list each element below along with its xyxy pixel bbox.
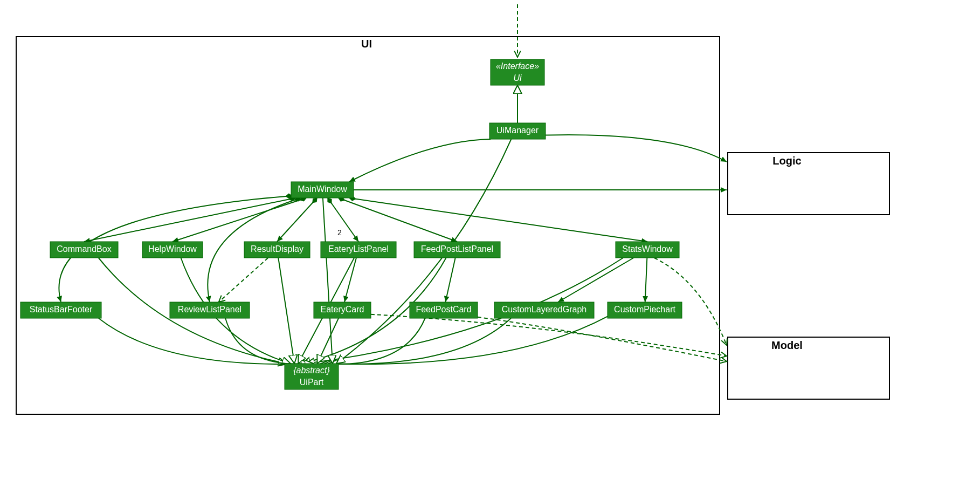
- class-resultDisplay: ResultDisplay: [244, 242, 310, 258]
- class-feedPostCard: FeedPostCard: [410, 302, 478, 318]
- class-eateryListPanel: EateryListPanel: [321, 242, 396, 258]
- svg-rect-0: [16, 37, 720, 414]
- class-uiInterface: «Interface»Ui: [491, 59, 544, 85]
- class-uiManager: UiManager: [489, 123, 546, 139]
- class-helpWindow-name: HelpWindow: [148, 244, 197, 254]
- class-statsWindow: StatsWindow: [616, 242, 679, 258]
- package-logic: Logic: [728, 153, 889, 215]
- gen-eateryCard-uipart: [318, 318, 339, 364]
- dep-feedpostcard-model: [478, 317, 727, 361]
- gen-resultDisplay-uipart: [278, 258, 294, 364]
- class-statusBarFooter: StatusBarFooter: [20, 302, 101, 318]
- class-customLayeredGraph-name: CustomLayeredGraph: [502, 305, 586, 314]
- class-statusBarFooter-name: StatusBarFooter: [30, 305, 93, 314]
- assoc-stats-clg: [558, 258, 633, 302]
- package-model-label: Model: [771, 339, 803, 351]
- svg-rect-2: [728, 337, 889, 399]
- comp-mainwindow-feedPostListPanel: [339, 198, 457, 242]
- gen-statusBarFooter-uipart: [99, 318, 310, 364]
- gen-reviewListPanel-uipart: [225, 318, 313, 364]
- class-uiInterface-name: Ui: [513, 73, 522, 83]
- class-commandBox-name: CommandBox: [57, 244, 111, 254]
- comp-mainwindow-eateryListPanel: [328, 198, 358, 242]
- comp-mainwindow-commandBox: [84, 198, 295, 242]
- class-uiInterface-stereotype: «Interface»: [496, 61, 539, 71]
- class-feedPostCard-name: FeedPostCard: [416, 305, 471, 314]
- class-mainWindow-name: MainWindow: [298, 184, 347, 194]
- gen-mainWindow-uipart: [323, 198, 333, 364]
- dep-statswindow-model: [654, 258, 727, 345]
- dep-resultdisplay-reviewlistpanel: [219, 258, 268, 302]
- class-uiPart-stereotype: {abstract}: [293, 366, 330, 375]
- comp-mainwindow-statsWindow: [349, 198, 647, 242]
- package-model: Model: [728, 337, 889, 399]
- class-eateryCard-name: EateryCard: [321, 305, 364, 314]
- mult-eaterylistpanel: 2: [337, 228, 342, 237]
- class-uiPart-name: UiPart: [300, 378, 324, 387]
- class-reviewListPanel-name: ReviewListPanel: [178, 305, 241, 314]
- class-uiPart: {abstract}UiPart: [285, 364, 339, 389]
- class-customPiechart-name: CustomPiechart: [614, 305, 675, 314]
- package-logic-label: Logic: [772, 155, 801, 167]
- assoc-uimanager-logic: [546, 135, 727, 162]
- svg-rect-1: [728, 153, 889, 215]
- class-eateryListPanel-name: EateryListPanel: [328, 244, 389, 254]
- class-reviewListPanel: ReviewListPanel: [170, 302, 250, 318]
- package-ui: UI: [16, 37, 720, 414]
- class-customLayeredGraph: CustomLayeredGraph: [494, 302, 594, 318]
- class-commandBox: CommandBox: [50, 242, 118, 258]
- comp-mainwindow-helpWindow: [172, 198, 306, 242]
- gen-feedPostCard-uipart: [321, 318, 425, 364]
- class-uiManager-name: UiManager: [496, 126, 539, 135]
- package-ui-label: UI: [361, 38, 372, 50]
- class-feedPostListPanel-name: FeedPostListPanel: [421, 244, 493, 254]
- class-eateryCard: EateryCard: [314, 302, 371, 318]
- assoc-uimanager-mainwindow: [349, 139, 491, 182]
- assoc-fplp-feedpostcard: [445, 258, 455, 302]
- class-feedPostListPanel: FeedPostListPanel: [414, 242, 500, 258]
- gen-customLayeredGraph-uipart: [325, 318, 511, 364]
- assoc-stats-cpc: [645, 258, 647, 302]
- class-resultDisplay-name: ResultDisplay: [251, 244, 303, 254]
- class-mainWindow: MainWindow: [291, 182, 354, 198]
- class-statsWindow-name: StatsWindow: [622, 244, 673, 254]
- gen-customPiechart-uipart: [329, 317, 608, 364]
- class-helpWindow: HelpWindow: [142, 242, 203, 258]
- class-customPiechart: CustomPiechart: [608, 302, 682, 318]
